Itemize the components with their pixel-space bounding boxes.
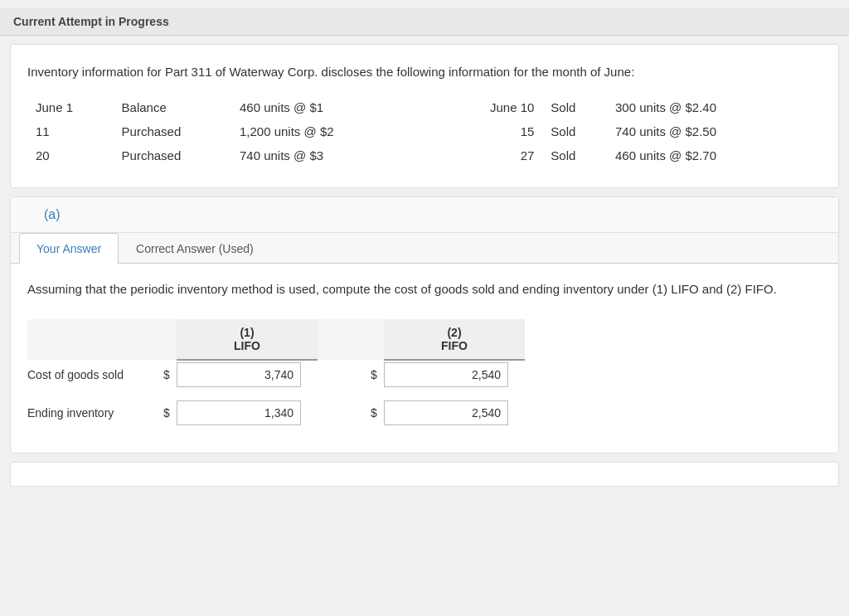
left-amount-0: 460 units @ $1 bbox=[231, 95, 446, 119]
part-a-section: (a) Your Answer Correct Answer (Used) As… bbox=[10, 196, 839, 454]
left-type-2: Purchased bbox=[114, 143, 231, 167]
bottom-card bbox=[10, 462, 839, 487]
question-text: Assuming that the periodic inventory met… bbox=[27, 280, 822, 299]
right-amount-1: 740 units @ $2.50 bbox=[607, 119, 822, 143]
right-action-1: Sold bbox=[542, 119, 607, 143]
left-type-1: Purchased bbox=[114, 119, 231, 143]
left-date-2: 20 bbox=[27, 143, 114, 167]
dollar-sign-1-col2: $ bbox=[367, 398, 384, 428]
left-date-1: 11 bbox=[27, 119, 114, 143]
left-date-0: June 1 bbox=[27, 95, 114, 119]
tab-correct-answer[interactable]: Correct Answer (Used) bbox=[119, 233, 271, 264]
right-amount-0: 300 units @ $2.40 bbox=[607, 95, 822, 119]
ending-fifo-input[interactable] bbox=[384, 398, 525, 428]
dollar-sign-0-col1: $ bbox=[160, 360, 177, 390]
answer-table-wrapper: (1) LIFO (2) FIFO bbox=[27, 319, 822, 428]
lifo-header: (1) LIFO bbox=[177, 319, 318, 360]
row-label-1: Ending inventory bbox=[27, 398, 160, 428]
dollar-sign-1-col1: $ bbox=[160, 398, 177, 428]
ending-lifo-input[interactable] bbox=[177, 398, 318, 428]
right-date-2: 27 bbox=[446, 143, 543, 167]
fifo-header: (2) FIFO bbox=[384, 319, 525, 360]
cogs-lifo-input[interactable] bbox=[177, 360, 318, 390]
table-row: Ending inventory $ $ bbox=[27, 398, 525, 428]
inventory-table: June 1 Balance 460 units @ $1 June 10 So… bbox=[27, 95, 822, 167]
part-header: (a) bbox=[11, 197, 838, 233]
intro-text: Inventory information for Part 311 of Wa… bbox=[27, 65, 822, 79]
spacer-row bbox=[27, 390, 525, 398]
table-row: 11 Purchased 1,200 units @ $2 15 Sold 74… bbox=[27, 119, 822, 143]
right-action-0: Sold bbox=[542, 95, 607, 119]
right-date-0: June 10 bbox=[446, 95, 543, 119]
row-label-0: Cost of goods sold bbox=[27, 360, 160, 390]
left-amount-2: 740 units @ $3 bbox=[231, 143, 446, 167]
dollar-sign-0-col2: $ bbox=[367, 360, 384, 390]
page-wrapper: Current Attempt in Progress Inventory in… bbox=[0, 0, 849, 503]
answer-header-row: (1) LIFO (2) FIFO bbox=[27, 319, 525, 360]
table-row: June 1 Balance 460 units @ $1 June 10 So… bbox=[27, 95, 822, 119]
right-amount-2: 460 units @ $2.70 bbox=[607, 143, 822, 167]
answer-table: (1) LIFO (2) FIFO bbox=[27, 319, 525, 428]
right-action-2: Sold bbox=[542, 143, 607, 167]
left-amount-1: 1,200 units @ $2 bbox=[231, 119, 446, 143]
left-type-0: Balance bbox=[114, 95, 231, 119]
section-header: Current Attempt in Progress bbox=[0, 8, 849, 36]
tab-content: Assuming that the periodic inventory met… bbox=[11, 264, 838, 453]
tab-your-answer[interactable]: Your Answer bbox=[19, 233, 119, 264]
cogs-fifo-input[interactable] bbox=[384, 360, 525, 390]
right-date-1: 15 bbox=[446, 119, 543, 143]
inventory-card: Inventory information for Part 311 of Wa… bbox=[10, 44, 839, 188]
table-row: Cost of goods sold $ $ bbox=[27, 360, 525, 390]
part-label: (a) bbox=[27, 196, 77, 233]
table-row: 20 Purchased 740 units @ $3 27 Sold 460 … bbox=[27, 143, 822, 167]
tabs-row: Your Answer Correct Answer (Used) bbox=[11, 233, 838, 264]
